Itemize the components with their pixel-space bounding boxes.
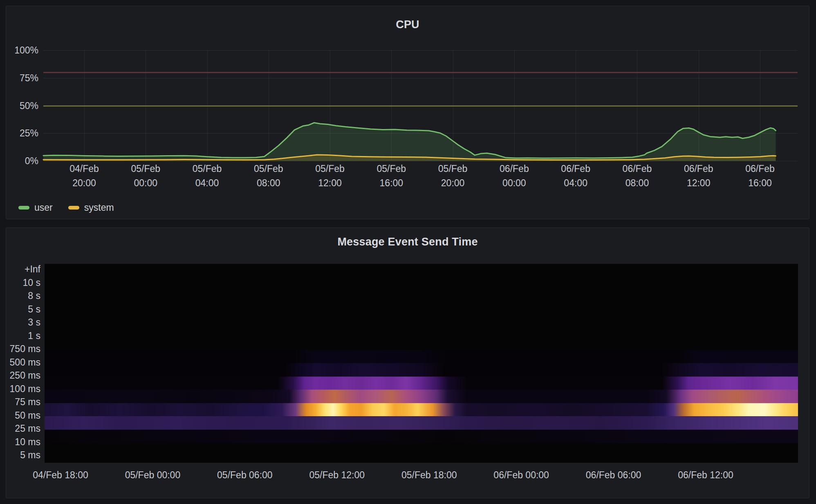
heatmap-x-tick-label: 05/Feb 00:00 bbox=[125, 469, 181, 481]
heatmap-band-750-ms-500-ms bbox=[45, 350, 798, 364]
heatmap-y-bucket-label: 250 ms bbox=[10, 370, 40, 381]
cpu-x-tick-date: 06/Feb bbox=[684, 162, 713, 176]
cpu-legend: usersystem bbox=[18, 201, 130, 214]
cpu-x-tick-time: 08:00 bbox=[623, 176, 652, 190]
cpu-series-canvas bbox=[43, 50, 798, 161]
heatmap-x-tick-label: 05/Feb 18:00 bbox=[401, 469, 457, 481]
heatmap-panel: Message Event Send Time +Inf10 s8 s5 s3 … bbox=[6, 227, 809, 498]
heatmap-y-bucket-label: 8 s bbox=[28, 290, 40, 301]
cpu-x-tick-date: 05/Feb bbox=[315, 162, 345, 176]
cpu-x-tick-label: 06/Feb16:00 bbox=[745, 162, 775, 190]
heatmap-y-bucket-label: 10 ms bbox=[15, 436, 40, 447]
heatmap-band-25-ms-10-ms bbox=[45, 430, 798, 443]
cpu-x-tick-label: 06/Feb04:00 bbox=[561, 162, 590, 190]
heatmap-y-bucket-label: 75 ms bbox=[15, 397, 40, 408]
heatmap-band-100-ms-75-ms bbox=[45, 390, 798, 403]
cpu-x-tick-time: 04:00 bbox=[561, 176, 590, 190]
cpu-x-tick-date: 06/Feb bbox=[745, 162, 775, 176]
heatmap-band-50-ms-25-ms bbox=[45, 416, 798, 430]
cpu-legend-label: user bbox=[34, 201, 53, 214]
cpu-gridline-horizontal bbox=[43, 161, 798, 161]
heatmap-band-75-ms-50-ms bbox=[45, 403, 798, 417]
cpu-panel-title[interactable]: CPU bbox=[6, 18, 809, 31]
cpu-panel: CPU 100%75%50%25%0% 04/Feb20:0005/Feb00:… bbox=[6, 6, 809, 219]
cpu-x-tick-label: 06/Feb12:00 bbox=[684, 162, 713, 190]
cpu-y-tick-label: 75% bbox=[20, 72, 38, 83]
cpu-y-tick-label: 100% bbox=[14, 45, 38, 56]
heatmap-band-250-ms-100-ms bbox=[45, 377, 798, 390]
cpu-x-tick-label: 05/Feb00:00 bbox=[131, 162, 160, 190]
heatmap-y-bucket-label: 25 ms bbox=[15, 423, 40, 434]
cpu-x-tick-label: 05/Feb16:00 bbox=[377, 162, 406, 190]
cpu-x-tick-time: 16:00 bbox=[745, 176, 775, 190]
cpu-legend-item-system[interactable]: system bbox=[68, 201, 114, 214]
cpu-legend-swatch-user bbox=[18, 206, 29, 210]
cpu-x-tick-time: 12:00 bbox=[684, 176, 713, 190]
heatmap-panel-title[interactable]: Message Event Send Time bbox=[6, 235, 809, 248]
heatmap-y-bucket-label: +Inf bbox=[25, 264, 40, 275]
heatmap-y-bucket-label: 3 s bbox=[28, 317, 40, 328]
cpu-x-tick-date: 05/Feb bbox=[193, 162, 222, 176]
cpu-legend-item-user[interactable]: user bbox=[18, 201, 53, 214]
cpu-x-tick-label: 06/Feb08:00 bbox=[623, 162, 652, 190]
heatmap-x-tick-label: 05/Feb 12:00 bbox=[309, 469, 365, 481]
cpu-x-tick-date: 05/Feb bbox=[438, 162, 468, 176]
cpu-x-tick-time: 20:00 bbox=[69, 176, 99, 190]
heatmap-y-bucket-label: 5 s bbox=[28, 303, 40, 314]
cpu-x-tick-date: 05/Feb bbox=[254, 162, 283, 176]
cpu-x-tick-date: 04/Feb bbox=[69, 162, 99, 176]
heatmap-plot-area[interactable] bbox=[45, 264, 798, 463]
cpu-x-tick-time: 16:00 bbox=[377, 176, 406, 190]
heatmap-x-tick-label: 06/Feb 00:00 bbox=[493, 469, 549, 481]
cpu-x-tick-date: 05/Feb bbox=[377, 162, 406, 176]
cpu-x-tick-date: 06/Feb bbox=[500, 162, 529, 176]
cpu-y-tick-label: 25% bbox=[20, 128, 38, 139]
cpu-x-tick-label: 06/Feb00:00 bbox=[500, 162, 529, 190]
heatmap-x-tick-label: 06/Feb 06:00 bbox=[586, 469, 641, 481]
cpu-legend-swatch-system bbox=[68, 206, 79, 210]
cpu-x-tick-time: 20:00 bbox=[438, 176, 468, 190]
cpu-x-tick-time: 08:00 bbox=[254, 176, 283, 190]
heatmap-band-500-ms-250-ms bbox=[45, 363, 798, 377]
cpu-x-tick-date: 06/Feb bbox=[623, 162, 652, 176]
cpu-x-tick-label: 05/Feb12:00 bbox=[315, 162, 345, 190]
heatmap-x-tick-label: 04/Feb 18:00 bbox=[33, 469, 88, 481]
cpu-x-tick-time: 00:00 bbox=[131, 176, 160, 190]
heatmap-y-bucket-label: 750 ms bbox=[10, 343, 40, 355]
heatmap-x-tick-label: 05/Feb 06:00 bbox=[217, 469, 273, 481]
heatmap-y-bucket-label: 10 s bbox=[23, 277, 40, 288]
heatmap-y-bucket-label: 100 ms bbox=[10, 383, 40, 394]
heatmap-y-bucket-label: 500 ms bbox=[10, 357, 40, 368]
heatmap-y-bucket-label: 50 ms bbox=[15, 410, 40, 421]
cpu-x-tick-label: 05/Feb08:00 bbox=[254, 162, 283, 190]
cpu-x-tick-time: 00:00 bbox=[500, 176, 529, 190]
cpu-y-tick-label: 50% bbox=[20, 100, 38, 111]
cpu-x-tick-label: 05/Feb04:00 bbox=[193, 162, 222, 190]
cpu-y-tick-label: 0% bbox=[25, 156, 38, 167]
heatmap-x-tick-label: 06/Feb 12:00 bbox=[678, 469, 733, 481]
grafana-dashboard: { "panels": { "cpu": { "title": "CPU", "… bbox=[0, 0, 816, 504]
cpu-x-tick-date: 05/Feb bbox=[131, 162, 160, 176]
heatmap-y-bucket-label: 5 ms bbox=[20, 450, 40, 461]
cpu-x-tick-date: 06/Feb bbox=[561, 162, 590, 176]
cpu-legend-label: system bbox=[84, 201, 114, 214]
cpu-area-user bbox=[43, 123, 776, 161]
cpu-plot-area[interactable] bbox=[43, 50, 798, 161]
cpu-x-tick-time: 12:00 bbox=[315, 176, 345, 190]
cpu-x-tick-label: 05/Feb20:00 bbox=[438, 162, 468, 190]
cpu-x-tick-label: 04/Feb20:00 bbox=[69, 162, 99, 190]
heatmap-y-bucket-label: 1 s bbox=[28, 330, 40, 341]
cpu-x-tick-time: 04:00 bbox=[193, 176, 222, 190]
